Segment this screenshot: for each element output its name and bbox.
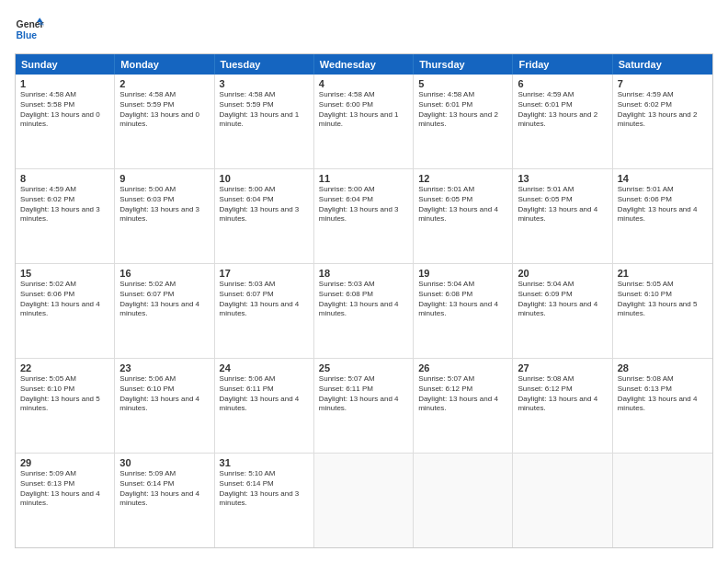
cell-info: Sunrise: 5:09 AM Sunset: 6:14 PM Dayligh… xyxy=(119,469,209,509)
table-row: 17 Sunrise: 5:03 AM Sunset: 6:07 PM Dayl… xyxy=(215,264,314,358)
sunrise-label: Sunrise: 5:08 AM xyxy=(518,374,574,383)
day-number: 24 xyxy=(220,362,309,373)
sunset-label: Sunset: 6:13 PM xyxy=(618,385,672,393)
sunrise-label: Sunrise: 5:08 AM xyxy=(618,374,674,383)
sunset-label: Sunset: 6:06 PM xyxy=(20,290,74,298)
cell-info: Sunrise: 5:07 AM Sunset: 6:11 PM Dayligh… xyxy=(319,374,408,414)
sunset-label: Sunset: 5:58 PM xyxy=(20,100,74,109)
sunrise-label: Sunrise: 4:58 AM xyxy=(20,90,76,98)
day-number: 27 xyxy=(518,362,607,373)
daylight-label: Daylight: 13 hours and 5 minutes. xyxy=(618,300,698,318)
sunrise-label: Sunrise: 5:04 AM xyxy=(518,280,574,288)
cell-info: Sunrise: 5:03 AM Sunset: 6:07 PM Dayligh… xyxy=(220,280,309,319)
cell-info: Sunrise: 5:06 AM Sunset: 6:10 PM Dayligh… xyxy=(119,374,209,414)
cell-info: Sunrise: 5:09 AM Sunset: 6:13 PM Dayligh… xyxy=(20,469,109,509)
daylight-label: Daylight: 13 hours and 4 minutes. xyxy=(418,300,498,318)
sunset-label: Sunset: 6:11 PM xyxy=(220,385,274,393)
sunrise-label: Sunrise: 4:59 AM xyxy=(518,90,574,98)
week-row-1: 8 Sunrise: 4:59 AM Sunset: 6:02 PM Dayli… xyxy=(16,168,712,263)
sunset-label: Sunset: 6:05 PM xyxy=(418,195,472,203)
day-number: 8 xyxy=(20,173,109,184)
week-row-2: 15 Sunrise: 5:02 AM Sunset: 6:06 PM Dayl… xyxy=(16,263,712,358)
sunset-label: Sunset: 6:01 PM xyxy=(418,100,472,109)
daylight-label: Daylight: 13 hours and 3 minutes. xyxy=(319,205,399,224)
sunrise-label: Sunrise: 5:01 AM xyxy=(418,185,474,193)
sunset-label: Sunset: 6:00 PM xyxy=(319,100,373,109)
cell-info: Sunrise: 5:00 AM Sunset: 6:04 PM Dayligh… xyxy=(220,185,309,224)
sunset-label: Sunset: 6:04 PM xyxy=(220,195,274,203)
sunrise-label: Sunrise: 5:00 AM xyxy=(220,185,276,193)
table-row: 9 Sunrise: 5:00 AM Sunset: 6:03 PM Dayli… xyxy=(115,169,214,263)
cell-info: Sunrise: 4:58 AM Sunset: 6:00 PM Dayligh… xyxy=(319,90,408,130)
daylight-label: Daylight: 13 hours and 4 minutes. xyxy=(220,395,300,413)
day-number: 18 xyxy=(319,268,408,279)
table-row: 4 Sunrise: 4:58 AM Sunset: 6:00 PM Dayli… xyxy=(314,75,414,168)
daylight-label: Daylight: 13 hours and 4 minutes. xyxy=(518,395,597,413)
cell-info: Sunrise: 5:01 AM Sunset: 6:05 PM Dayligh… xyxy=(418,185,507,224)
calendar: Sunday Monday Tuesday Wednesday Thursday… xyxy=(15,53,713,548)
daylight-label: Daylight: 13 hours and 2 minutes. xyxy=(618,110,698,129)
header: General Blue xyxy=(15,15,713,44)
daylight-label: Daylight: 13 hours and 3 minutes. xyxy=(220,489,300,508)
table-row: 10 Sunrise: 5:00 AM Sunset: 6:04 PM Dayl… xyxy=(215,169,314,263)
table-row: 15 Sunrise: 5:02 AM Sunset: 6:06 PM Dayl… xyxy=(16,264,115,358)
day-number: 17 xyxy=(220,268,309,279)
table-row: 23 Sunrise: 5:06 AM Sunset: 6:10 PM Dayl… xyxy=(115,359,214,453)
sunset-label: Sunset: 6:09 PM xyxy=(518,290,572,298)
table-row xyxy=(414,454,513,547)
day-number: 19 xyxy=(418,268,507,279)
sunrise-label: Sunrise: 5:07 AM xyxy=(418,374,474,383)
cell-info: Sunrise: 5:04 AM Sunset: 6:08 PM Dayligh… xyxy=(418,280,507,319)
cell-info: Sunrise: 4:58 AM Sunset: 5:59 PM Dayligh… xyxy=(220,90,309,130)
day-number: 16 xyxy=(119,268,209,279)
table-row: 29 Sunrise: 5:09 AM Sunset: 6:13 PM Dayl… xyxy=(16,454,115,547)
table-row: 16 Sunrise: 5:02 AM Sunset: 6:07 PM Dayl… xyxy=(115,264,214,358)
day-number: 3 xyxy=(220,78,309,89)
sunrise-label: Sunrise: 5:02 AM xyxy=(20,280,76,288)
daylight-label: Daylight: 13 hours and 5 minutes. xyxy=(20,395,100,413)
sunrise-label: Sunrise: 5:00 AM xyxy=(119,185,176,193)
cell-info: Sunrise: 5:02 AM Sunset: 6:06 PM Dayligh… xyxy=(20,280,109,319)
daylight-label: Daylight: 13 hours and 4 minutes. xyxy=(418,395,498,413)
sunrise-label: Sunrise: 4:59 AM xyxy=(618,90,674,98)
table-row xyxy=(314,454,414,547)
daylight-label: Daylight: 13 hours and 3 minutes. xyxy=(220,205,300,224)
table-row: 30 Sunrise: 5:09 AM Sunset: 6:14 PM Dayl… xyxy=(115,454,214,547)
table-row xyxy=(513,454,612,547)
day-number: 31 xyxy=(220,457,309,468)
cell-info: Sunrise: 5:01 AM Sunset: 6:05 PM Dayligh… xyxy=(518,185,607,224)
sunset-label: Sunset: 6:03 PM xyxy=(119,195,174,203)
daylight-label: Daylight: 13 hours and 4 minutes. xyxy=(119,489,199,508)
sunset-label: Sunset: 6:02 PM xyxy=(20,195,74,203)
col-tuesday: Tuesday xyxy=(215,54,314,75)
table-row: 13 Sunrise: 5:01 AM Sunset: 6:05 PM Dayl… xyxy=(513,169,612,263)
sunset-label: Sunset: 6:01 PM xyxy=(518,100,572,109)
daylight-label: Daylight: 13 hours and 4 minutes. xyxy=(20,489,100,508)
day-number: 2 xyxy=(119,78,209,89)
table-row: 3 Sunrise: 4:58 AM Sunset: 5:59 PM Dayli… xyxy=(215,75,314,168)
sunrise-label: Sunrise: 4:58 AM xyxy=(418,90,474,98)
day-number: 30 xyxy=(119,457,209,468)
cell-info: Sunrise: 4:58 AM Sunset: 5:58 PM Dayligh… xyxy=(20,90,109,130)
sunrise-label: Sunrise: 5:09 AM xyxy=(20,469,76,477)
logo-icon: General Blue xyxy=(15,15,44,44)
cell-info: Sunrise: 5:04 AM Sunset: 6:09 PM Dayligh… xyxy=(518,280,607,319)
daylight-label: Daylight: 13 hours and 0 minutes. xyxy=(20,110,100,129)
daylight-label: Daylight: 13 hours and 4 minutes. xyxy=(618,395,698,413)
table-row: 5 Sunrise: 4:58 AM Sunset: 6:01 PM Dayli… xyxy=(414,75,513,168)
day-number: 12 xyxy=(418,173,507,184)
sunset-label: Sunset: 6:08 PM xyxy=(418,290,472,298)
sunset-label: Sunset: 6:10 PM xyxy=(119,385,174,393)
table-row: 22 Sunrise: 5:05 AM Sunset: 6:10 PM Dayl… xyxy=(16,359,115,453)
day-number: 4 xyxy=(319,78,408,89)
daylight-label: Daylight: 13 hours and 3 minutes. xyxy=(20,205,100,224)
day-number: 5 xyxy=(418,78,507,89)
sunrise-label: Sunrise: 5:03 AM xyxy=(319,280,375,288)
cell-info: Sunrise: 5:08 AM Sunset: 6:12 PM Dayligh… xyxy=(518,374,607,414)
table-row: 31 Sunrise: 5:10 AM Sunset: 6:14 PM Dayl… xyxy=(215,454,314,547)
table-row: 25 Sunrise: 5:07 AM Sunset: 6:11 PM Dayl… xyxy=(314,359,414,453)
cell-info: Sunrise: 4:59 AM Sunset: 6:02 PM Dayligh… xyxy=(20,185,109,224)
sunrise-label: Sunrise: 5:09 AM xyxy=(119,469,176,477)
day-number: 29 xyxy=(20,457,109,468)
table-row: 20 Sunrise: 5:04 AM Sunset: 6:09 PM Dayl… xyxy=(513,264,612,358)
